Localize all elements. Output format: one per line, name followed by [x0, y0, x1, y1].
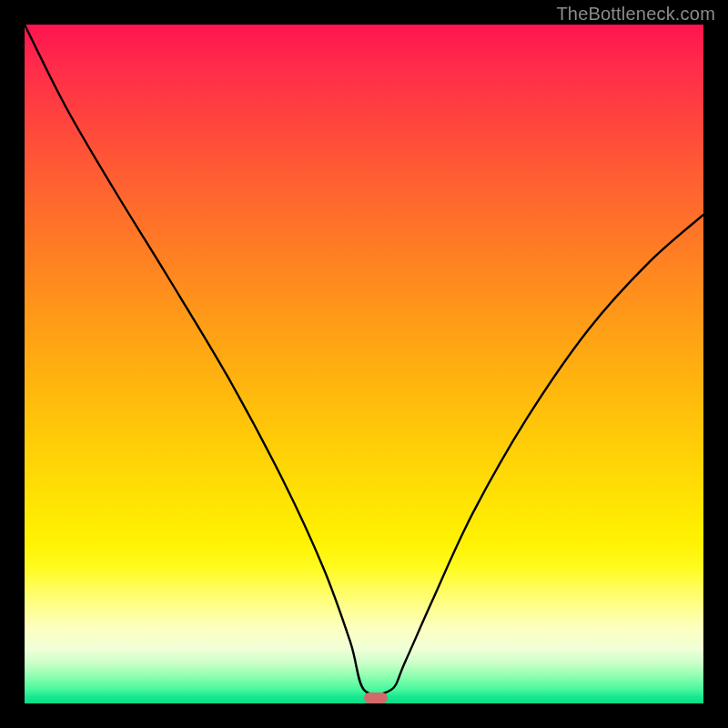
plot-area: [25, 25, 703, 703]
bottleneck-curve: [25, 25, 703, 703]
optimal-marker: [364, 693, 388, 703]
chart-frame: TheBottleneck.com: [0, 0, 728, 728]
watermark-text: TheBottleneck.com: [556, 4, 715, 25]
